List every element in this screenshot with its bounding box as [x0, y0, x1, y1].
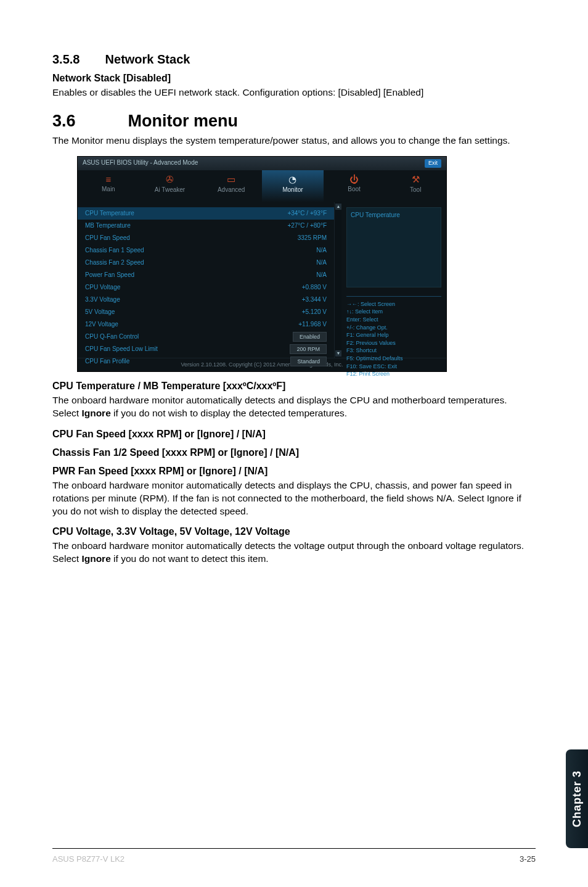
row-label: CPU Temperature: [85, 210, 134, 217]
text: if you do not want to detect this item.: [111, 553, 269, 564]
voltages-body: The onboard hardware monitor automatical…: [52, 540, 536, 566]
row-cha1[interactable]: Chassis Fan 1 SpeedN/A: [78, 244, 334, 257]
tab-monitor[interactable]: ◔Monitor: [262, 170, 324, 202]
help-line: Enter: Select: [346, 316, 441, 324]
bios-help-keys: →←: Select Screen ↑↓: Select Item Enter:…: [346, 296, 441, 378]
row-pwr-fan[interactable]: Power Fan SpeedN/A: [78, 269, 334, 281]
row-qfan[interactable]: CPU Q-Fan ControlEnabled: [78, 331, 334, 343]
tab-boot[interactable]: ⏻Boot: [324, 170, 385, 202]
row-value: N/A: [316, 247, 327, 254]
scroll-down-icon[interactable]: ▼: [335, 350, 341, 357]
list-icon: ≡: [78, 174, 139, 184]
cpu-fan-speed-heading: CPU Fan Speed [xxxx RPM] or [Ignore] / […: [52, 429, 536, 440]
bold-text: Ignore: [81, 553, 110, 564]
help-line: F12: Print Screen: [346, 370, 441, 378]
scroll-up-icon[interactable]: ▲: [335, 204, 341, 210]
row-low-limit[interactable]: CPU Fan Speed Low Limit200 RPM: [78, 343, 334, 355]
bios-titlebar: ASUS UEFI BIOS Utility - Advanced Mode E…: [78, 157, 446, 170]
network-stack-heading: Network Stack [Disabled]: [52, 73, 536, 84]
bios-screenshot: ASUS UEFI BIOS Utility - Advanced Mode E…: [77, 156, 447, 372]
gauge-icon: ◔: [262, 174, 324, 185]
chapter-label: Chapter 3: [571, 770, 584, 827]
row-label: Chassis Fan 1 Speed: [85, 247, 144, 254]
tab-label: Ai Tweaker: [155, 186, 185, 193]
row-33v[interactable]: 3.3V Voltage+3.344 V: [78, 294, 334, 306]
section-title: Network Stack: [105, 52, 190, 66]
cpu-mb-temp-heading: CPU Temperature / MB Temperature [xxxºC/…: [52, 381, 536, 392]
pwr-fan-speed-heading: PWR Fan Speed [xxxx RPM] or [Ignore] / […: [52, 466, 536, 477]
row-label: MB Temperature: [85, 222, 131, 229]
tab-tool[interactable]: ⚒Tool: [385, 170, 446, 202]
row-label: 12V Voltage: [85, 321, 118, 328]
section-36-heading: 3.6 Monitor menu: [52, 112, 536, 131]
row-button[interactable]: 200 RPM: [290, 344, 327, 354]
tab-label: Main: [102, 186, 115, 192]
bios-body: CPU Temperature+34°C / +93°F MB Temperat…: [78, 202, 446, 358]
bios-list: CPU Temperature+34°C / +93°F MB Temperat…: [78, 202, 334, 358]
row-value: +0.880 V: [302, 284, 327, 291]
bios-scrollbar[interactable]: ▲ ▼: [334, 202, 341, 358]
row-label: Chassis Fan 2 Speed: [85, 259, 144, 266]
row-label: CPU Fan Speed Low Limit: [85, 345, 158, 352]
bios-title: ASUS UEFI BIOS Utility - Advanced Mode: [83, 159, 198, 168]
section-number: 3.6: [52, 112, 123, 131]
row-label: Power Fan Speed: [85, 271, 134, 278]
row-value: +3.344 V: [302, 296, 327, 303]
chip-icon: ▭: [200, 174, 262, 185]
help-line: F1: General Help: [346, 331, 441, 339]
network-stack-body: Enables or disables the UEFI network sta…: [52, 86, 536, 99]
help-line: →←: Select Screen: [346, 300, 441, 308]
row-cha2[interactable]: Chassis Fan 2 SpeedN/A: [78, 257, 334, 269]
voltages-heading: CPU Voltage, 3.3V Voltage, 5V Voltage, 1…: [52, 526, 536, 537]
row-value: +27°C / +80°F: [287, 222, 327, 229]
help-line: F3: Shortcut: [346, 347, 441, 355]
row-profile[interactable]: CPU Fan ProfileStandard: [78, 355, 334, 368]
chassis-fan-speed-heading: Chassis Fan 1/2 Speed [xxxx RPM] or [Ign…: [52, 447, 536, 458]
row-12v[interactable]: 12V Voltage+11.968 V: [78, 318, 334, 331]
tab-aitweaker[interactable]: ✇Ai Tweaker: [139, 170, 201, 202]
row-mb-temp[interactable]: MB Temperature+27°C / +80°F: [78, 220, 334, 232]
row-cpu-voltage[interactable]: CPU Voltage+0.880 V: [78, 281, 334, 294]
row-label: CPU Voltage: [85, 284, 120, 291]
row-button[interactable]: Standard: [290, 357, 327, 366]
help-line: F10: Save ESC: Exit: [346, 363, 441, 371]
row-button[interactable]: Enabled: [293, 332, 327, 342]
row-value: +11.968 V: [298, 321, 327, 328]
tab-label: Boot: [348, 186, 361, 192]
row-label: CPU Fan Profile: [85, 358, 129, 365]
cpu-mb-temp-body: The onboard hardware monitor automatical…: [52, 394, 536, 420]
row-label: CPU Fan Speed: [85, 234, 130, 241]
tab-label: Advanced: [218, 186, 245, 193]
tab-advanced[interactable]: ▭Advanced: [200, 170, 262, 202]
bios-nav: ≡Main ✇Ai Tweaker ▭Advanced ◔Monitor ⏻Bo…: [78, 170, 446, 202]
row-5v[interactable]: 5V Voltage+5.120 V: [78, 306, 334, 318]
row-value: +5.120 V: [302, 308, 327, 315]
page-content: 3.5.8 Network Stack Network Stack [Disab…: [0, 0, 588, 566]
help-line: +/-: Change Opt.: [346, 324, 441, 332]
chapter-side-tab: Chapter 3: [566, 749, 588, 848]
row-cpu-temp[interactable]: CPU Temperature+34°C / +93°F: [78, 207, 334, 220]
tab-label: Monitor: [282, 186, 303, 193]
section-title: Monitor menu: [128, 112, 238, 130]
row-value: +34°C / +93°F: [287, 210, 327, 217]
row-label: 3.3V Voltage: [85, 296, 120, 303]
footer-rule: [52, 848, 536, 849]
section-358-heading: 3.5.8 Network Stack: [52, 52, 536, 67]
bios-exit-button[interactable]: Exit: [425, 159, 441, 168]
power-icon: ⏻: [324, 174, 385, 184]
section-number: 3.5.8: [52, 52, 102, 67]
text: if you do not wish to display the detect…: [111, 408, 347, 418]
row-label: CPU Q-Fan Control: [85, 333, 139, 340]
row-cpu-fan[interactable]: CPU Fan Speed3325 RPM: [78, 232, 334, 244]
help-line: ↑↓: Select Item: [346, 308, 441, 316]
help-line: F5: Optimized Defaults: [346, 355, 441, 363]
row-value: 3325 RPM: [298, 234, 327, 241]
pwr-fan-speed-body: The onboard hardware monitor automatical…: [52, 479, 536, 518]
tab-main[interactable]: ≡Main: [78, 170, 139, 202]
tab-label: Tool: [410, 186, 421, 193]
bold-text: Ignore: [81, 408, 110, 418]
bios-right-panel: CPU Temperature →←: Select Screen ↑↓: Se…: [341, 202, 446, 358]
row-value: N/A: [316, 271, 327, 278]
row-label: 5V Voltage: [85, 308, 115, 315]
row-value: N/A: [316, 259, 327, 266]
